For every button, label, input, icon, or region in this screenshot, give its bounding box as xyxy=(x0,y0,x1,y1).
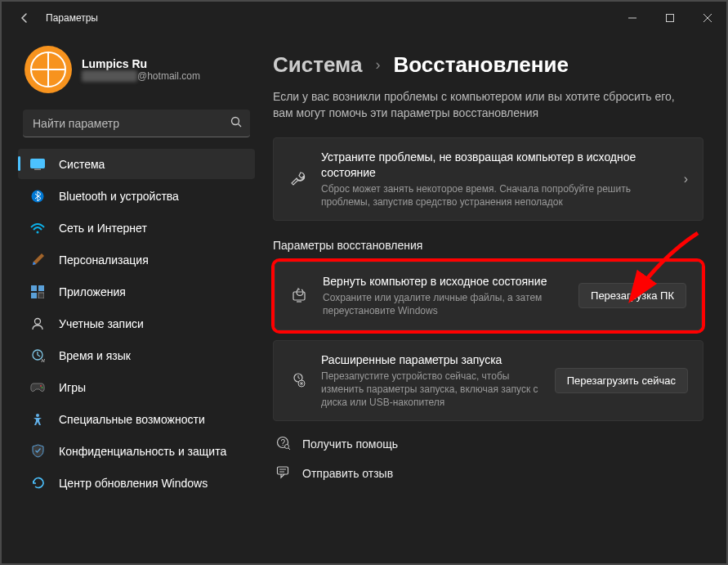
help-icon: ? xyxy=(275,436,291,452)
nav-bluetooth[interactable]: Bluetooth и устройства xyxy=(18,181,255,211)
nav-label: Система xyxy=(59,158,105,171)
reset-pc-card: Вернуть компьютер в исходное состояние С… xyxy=(275,262,702,330)
nav-label: Игры xyxy=(59,381,86,394)
link-label: Отправить отзыв xyxy=(302,467,393,480)
nav-windows-update[interactable]: Центр обновления Windows xyxy=(18,468,255,498)
titlebar: Параметры xyxy=(2,2,726,34)
page-title: Восстановление xyxy=(393,52,568,78)
window-title: Параметры xyxy=(46,12,98,24)
breadcrumb: Система › Восстановление xyxy=(273,52,703,78)
search-icon xyxy=(230,116,242,130)
link-label: Получить помощь xyxy=(302,437,398,451)
highlight-box: Вернуть компьютер в исходное состояние С… xyxy=(271,258,705,333)
restart-now-button[interactable]: Перезагрузить сейчас xyxy=(555,368,688,393)
footer-links: ? Получить помощь Отправить отзыв xyxy=(273,436,703,482)
nav-label: Персонализация xyxy=(59,253,149,267)
network-icon xyxy=(29,220,46,236)
main-panel: Система › Восстановление Если у вас возн… xyxy=(263,34,726,563)
nav-network[interactable]: Сеть и Интернет xyxy=(18,213,255,243)
personalization-icon xyxy=(29,252,46,268)
nav-time-language[interactable]: א Время и язык xyxy=(18,340,255,370)
apps-icon xyxy=(29,284,46,300)
nav-label: Приложения xyxy=(59,285,126,298)
feedback-icon xyxy=(275,465,291,482)
nav-label: Время и язык xyxy=(59,349,131,362)
advanced-startup-icon xyxy=(288,370,308,390)
nav-gaming[interactable]: Игры xyxy=(18,372,255,402)
svg-text:א: א xyxy=(41,356,45,362)
svg-point-16 xyxy=(42,387,43,388)
card-title: Устраните проблемы, не возвращая компьют… xyxy=(321,150,664,181)
svg-point-23 xyxy=(284,445,288,449)
svg-rect-4 xyxy=(31,159,45,168)
sidebar: Lumpics Ru ████████@hotmail.com Сис xyxy=(2,34,263,563)
settings-window: Параметры Lumpics Ru █████ xyxy=(2,2,726,563)
back-button[interactable] xyxy=(11,5,38,31)
svg-point-17 xyxy=(36,414,39,417)
get-help-link[interactable]: ? Получить помощь xyxy=(273,436,703,452)
profile-text: Lumpics Ru ████████@hotmail.com xyxy=(82,57,200,82)
card-desc: Сброс может занять некоторое время. Снач… xyxy=(321,182,664,209)
svg-point-2 xyxy=(232,118,239,125)
svg-point-15 xyxy=(40,385,42,387)
svg-rect-1 xyxy=(667,15,674,22)
nav-label: Центр обновления Windows xyxy=(59,477,208,490)
nav-privacy[interactable]: Конфиденциальность и защита xyxy=(18,436,255,466)
chevron-right-icon: › xyxy=(375,56,380,74)
nav-personalization[interactable]: Персонализация xyxy=(18,244,255,275)
nav-apps[interactable]: Приложения xyxy=(18,276,255,307)
svg-point-7 xyxy=(37,231,39,233)
nav-system[interactable]: Система xyxy=(18,149,255,179)
give-feedback-link[interactable]: Отправить отзыв xyxy=(273,465,703,482)
gaming-icon xyxy=(29,379,46,396)
wrench-icon xyxy=(288,169,308,189)
content: Lumpics Ru ████████@hotmail.com Сис xyxy=(2,34,726,563)
card-title: Вернуть компьютер в исходное состояние xyxy=(323,274,565,289)
chevron-right-icon: › xyxy=(684,172,688,186)
svg-rect-10 xyxy=(31,293,37,298)
card-desc: Сохраните или удалите личные файлы, а за… xyxy=(323,291,565,317)
system-icon xyxy=(29,156,46,173)
troubleshoot-card[interactable]: Устраните проблемы, не возвращая компьют… xyxy=(273,137,703,221)
card-body: Расширенные параметры запуска Перезапуст… xyxy=(321,352,542,409)
recovery-section-heading: Параметры восстановления xyxy=(273,239,703,252)
search-box[interactable] xyxy=(23,110,250,137)
card-body: Вернуть компьютер в исходное состояние С… xyxy=(323,274,565,317)
svg-line-24 xyxy=(288,448,290,450)
accounts-icon xyxy=(29,316,46,332)
avatar xyxy=(25,46,72,93)
nav-label: Bluetooth и устройства xyxy=(59,190,179,203)
update-icon xyxy=(29,475,46,491)
svg-rect-9 xyxy=(38,285,44,291)
maximize-button[interactable] xyxy=(651,2,689,34)
nav-label: Сеть и Интернет xyxy=(59,222,147,235)
reset-pc-button[interactable]: Перезагрузка ПК xyxy=(578,283,686,308)
breadcrumb-root[interactable]: Система xyxy=(273,52,362,78)
svg-rect-8 xyxy=(31,285,37,291)
close-button[interactable] xyxy=(689,2,726,34)
window-controls xyxy=(614,2,726,34)
card-title: Расширенные параметры запуска xyxy=(321,352,542,368)
profile[interactable]: Lumpics Ru ████████@hotmail.com xyxy=(18,39,255,106)
accessibility-icon xyxy=(29,411,46,428)
card-body: Устраните проблемы, не возвращая компьют… xyxy=(321,150,664,209)
profile-name: Lumpics Ru xyxy=(82,57,200,70)
privacy-icon xyxy=(29,443,46,460)
time-icon: א xyxy=(29,348,46,364)
nav-accounts[interactable]: Учетные записи xyxy=(18,308,255,339)
search-input[interactable] xyxy=(33,117,230,130)
reset-icon xyxy=(290,286,310,306)
nav-label: Учетные записи xyxy=(59,317,144,330)
nav-label: Конфиденциальность и защита xyxy=(59,445,226,458)
minimize-button[interactable] xyxy=(614,2,651,34)
bluetooth-icon xyxy=(29,188,46,204)
svg-rect-11 xyxy=(38,293,44,298)
nav-label: Специальные возможности xyxy=(59,413,205,426)
profile-email: ████████@hotmail.com xyxy=(82,70,200,82)
svg-rect-5 xyxy=(34,168,41,170)
intro-text: Если у вас возникли проблемы с компьютер… xyxy=(273,89,681,121)
card-desc: Перезапустите устройство сейчас, чтобы и… xyxy=(321,370,542,410)
nav: Система Bluetooth и устройства Сеть и Ин… xyxy=(18,149,255,498)
advanced-startup-card: Расширенные параметры запуска Перезапуст… xyxy=(273,340,703,421)
nav-accessibility[interactable]: Специальные возможности xyxy=(18,404,255,434)
